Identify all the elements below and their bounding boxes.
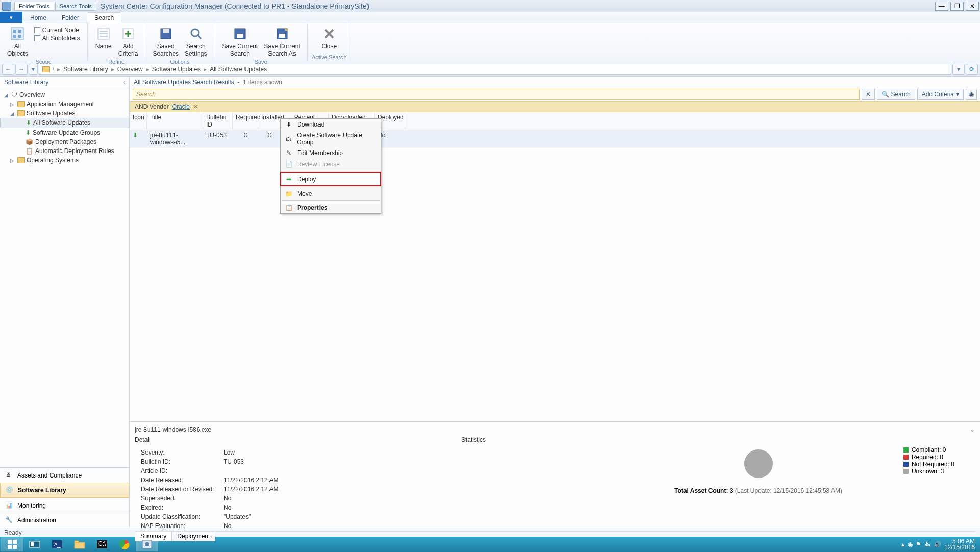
all-objects-button[interactable]: All Objects <box>4 24 31 58</box>
svg-rect-25 <box>8 545 12 549</box>
minimize-button[interactable]: — <box>935 2 948 11</box>
navigation-tree: ◢🛡Overview ▷Application Management ◢Soft… <box>0 88 129 467</box>
tree-all-software-updates[interactable]: ⬇All Software Updates <box>0 118 129 128</box>
wunderbar-administration[interactable]: 🔧Administration <box>0 513 129 528</box>
col-installed[interactable]: Installed <box>258 112 281 130</box>
all-subfolders-option[interactable]: All Subfolders <box>34 35 80 42</box>
system-tray[interactable]: ▴ ◉ ⚑ 🖧 🔊 5:06 AM 12/15/2016 <box>901 538 979 550</box>
svg-point-38 <box>145 542 149 546</box>
ctx-edit-membership[interactable]: ✎Edit Membership <box>281 147 381 159</box>
search-input[interactable]: Search <box>133 89 860 100</box>
update-groups-icon: ⬇ <box>26 129 31 136</box>
taskbar-clock[interactable]: 5:06 AM 12/15/2016 <box>944 538 975 550</box>
col-icon[interactable]: Icon <box>130 112 147 130</box>
svg-rect-23 <box>8 540 12 544</box>
search-button[interactable]: 🔍Search <box>877 89 915 100</box>
home-icon[interactable] <box>42 66 50 72</box>
maximize-button[interactable]: ❐ <box>950 2 964 11</box>
svg-rect-1 <box>13 30 16 33</box>
nav-dropdown-button[interactable]: ▾ <box>952 64 965 75</box>
save-current-search-as-button[interactable]: Save Current Search As <box>261 24 303 58</box>
svg-rect-32 <box>75 541 79 543</box>
criteria-value-link[interactable]: Oracle <box>172 103 190 110</box>
add-criteria-button[interactable]: Add Criteria <box>115 24 141 58</box>
save-current-search-button[interactable]: Save Current Search <box>218 24 261 58</box>
tab-deployment[interactable]: Deployment <box>172 532 215 541</box>
context-tab-search-tools[interactable]: Search Tools <box>55 2 96 11</box>
tree-deployment-packages[interactable]: 📦Deployment Packages <box>0 137 129 146</box>
wunderbar-software-library[interactable]: 💿Software Library <box>0 483 129 498</box>
nav-refresh-button[interactable]: ⟳ <box>966 64 978 75</box>
tab-search[interactable]: Search <box>87 12 121 23</box>
group-label-active-search: Active Search <box>312 54 347 61</box>
tray-sound-icon[interactable]: 🔊 <box>934 541 941 548</box>
ctx-deploy[interactable]: ➡Deploy <box>280 172 381 186</box>
ctx-create-software-update-group[interactable]: 🗂Create Software Update Group <box>281 130 381 147</box>
titlebar: Folder Tools Search Tools System Center … <box>0 0 980 12</box>
svg-rect-17 <box>237 34 243 38</box>
collapse-pane-button[interactable]: ‹ <box>123 79 125 86</box>
breadcrumb-root[interactable]: Software Library <box>63 66 108 73</box>
close-search-button[interactable]: Close <box>317 24 341 51</box>
folder-icon <box>17 157 24 163</box>
col-bulletin-id[interactable]: Bulletin ID <box>203 112 233 130</box>
nav-forward-button[interactable]: → <box>15 64 28 75</box>
checkbox-icon <box>34 35 40 41</box>
ctx-move[interactable]: 📁Move <box>281 188 381 199</box>
ctx-download[interactable]: ⬇Download <box>281 119 381 130</box>
tray-security-icon[interactable]: ◉ <box>908 541 913 548</box>
tray-network-icon[interactable]: 🖧 <box>924 541 930 548</box>
taskbar-explorer[interactable] <box>68 537 91 551</box>
details-collapse-button[interactable]: ⌄ <box>970 426 975 433</box>
close-window-button[interactable]: ✕ <box>966 2 979 11</box>
assets-icon: 🖥 <box>5 471 13 480</box>
breadcrumb-overview[interactable]: Overview <box>117 66 143 73</box>
grid-row[interactable]: ⬇ jre-8u111-windows-i5... TU-053 0 0 0 N… <box>130 130 980 148</box>
tree-application-management[interactable]: ▷Application Management <box>0 99 129 109</box>
svg-rect-13 <box>163 29 169 33</box>
breadcrumb-software-updates[interactable]: Software Updates <box>152 66 201 73</box>
name-button[interactable]: Name <box>92 24 115 51</box>
add-criteria-dropdown[interactable]: Add Criteria▾ <box>917 89 964 100</box>
taskbar-powershell[interactable]: >_ <box>46 537 68 551</box>
name-icon <box>95 26 112 42</box>
start-button[interactable] <box>1 537 23 551</box>
saved-searches-icon <box>158 26 174 42</box>
tab-folder[interactable]: Folder <box>54 12 87 23</box>
nav-history-button[interactable]: ▾ <box>29 64 38 75</box>
tree-operating-systems[interactable]: ▷Operating Systems <box>0 156 129 165</box>
nav-back-button[interactable]: ← <box>2 64 14 75</box>
context-tab-folder-tools[interactable]: Folder Tools <box>14 2 54 11</box>
search-settings-button[interactable]: Search Settings <box>182 24 210 58</box>
taskbar-cmd[interactable]: C:\ <box>91 537 113 551</box>
taskbar-server-manager[interactable] <box>23 537 46 551</box>
ribbon: All Objects Current Node All Subfolders … <box>0 23 980 62</box>
col-required[interactable]: Required <box>233 112 258 130</box>
current-node-option[interactable]: Current Node <box>34 27 80 34</box>
row-required: 0 <box>233 130 258 147</box>
clear-search-button[interactable]: ✕ <box>862 89 875 100</box>
breadcrumb[interactable]: \▸ Software Library▸ Overview▸ Software … <box>39 64 951 75</box>
col-title[interactable]: Title <box>147 112 203 130</box>
svg-rect-24 <box>13 540 17 544</box>
breadcrumb-all-software-updates[interactable]: All Software Updates <box>210 66 267 73</box>
wunderbar-assets[interactable]: 🖥Assets and Compliance <box>0 468 129 483</box>
criteria-remove-button[interactable]: ✕ <box>193 103 198 110</box>
content-pane: All Software Updates Search Results - 1 … <box>130 77 980 528</box>
saved-searches-button[interactable]: Saved Searches <box>150 24 182 58</box>
tree-overview[interactable]: ◢🛡Overview <box>0 90 129 99</box>
wunderbar-monitoring[interactable]: 📊Monitoring <box>0 498 129 513</box>
tray-flag-icon[interactable]: ⚑ <box>916 541 921 548</box>
tree-automatic-deployment-rules[interactable]: 📋Automatic Deployment Rules <box>0 146 129 156</box>
search-options-button[interactable]: ◉ <box>966 89 977 100</box>
taskbar-chrome[interactable] <box>113 537 136 551</box>
overview-icon: 🛡 <box>11 91 17 98</box>
ctx-properties[interactable]: 📋Properties <box>281 202 381 213</box>
detail-table: Severity:Low Bulletin ID:TU-053 Article … <box>140 447 283 531</box>
tab-home[interactable]: Home <box>22 12 54 23</box>
taskbar-sccm[interactable] <box>136 537 158 551</box>
tray-up-icon[interactable]: ▴ <box>901 541 904 548</box>
tree-software-update-groups[interactable]: ⬇Software Update Groups <box>0 128 129 137</box>
tree-software-updates[interactable]: ◢Software Updates <box>0 109 129 118</box>
file-menu-button[interactable]: ▾ <box>0 12 22 23</box>
